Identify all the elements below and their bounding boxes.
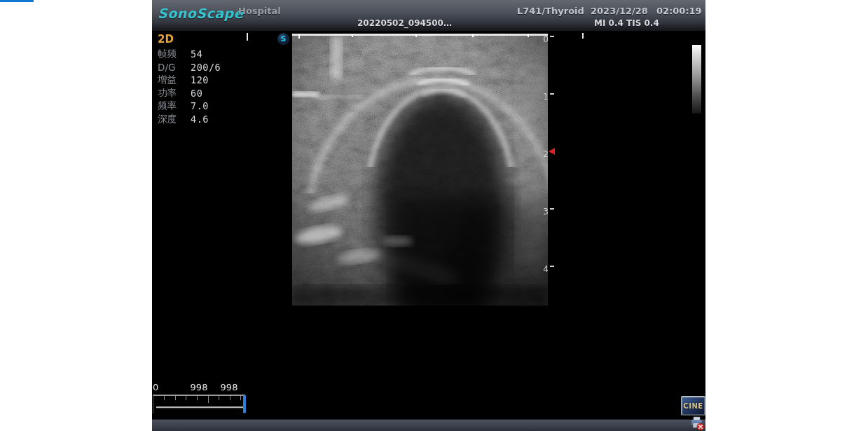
- bottom-taskbar: [152, 419, 705, 431]
- system-date: 2023/12/28: [591, 6, 648, 16]
- param-value: 200/6: [191, 62, 221, 73]
- ultrasound-speckle-render: [292, 34, 548, 306]
- param-value: 120: [191, 74, 209, 85]
- cine-tick: [164, 396, 165, 400]
- param-row-frame-rate: 帧频 54: [158, 48, 242, 61]
- ultrasound-app-window: SonoScape Hospital L741/Thyroid 2023/12/…: [152, 0, 705, 431]
- depth-tick: [550, 266, 554, 267]
- depth-label-2: 2: [539, 149, 549, 159]
- hospital-name: Hospital: [238, 6, 281, 16]
- probe-preset-label: L741/Thyroid: [517, 6, 584, 16]
- cine-tick: [230, 396, 230, 400]
- page-corner-marker: [0, 0, 34, 2]
- system-time: 02:00:19: [656, 6, 702, 16]
- param-value: 60: [191, 88, 202, 99]
- param-value: 54: [191, 48, 202, 60]
- printer-error-icon[interactable]: [690, 416, 705, 431]
- depth-tick: [550, 93, 554, 95]
- param-row-frequency: 频率 7.0: [158, 100, 242, 113]
- depth-label-1: 1: [539, 92, 549, 102]
- depth-label-3: 3: [539, 207, 549, 217]
- probe-orientation-icon: S: [277, 33, 289, 45]
- param-label: 功率: [158, 87, 191, 100]
- cine-tick: [175, 396, 176, 400]
- top-status-bar: SonoScape Hospital L741/Thyroid 2023/12/…: [152, 0, 705, 31]
- grayscale-map-bar: [692, 45, 701, 114]
- cine-tick: [219, 396, 219, 400]
- param-row-power: 功率 60: [158, 87, 242, 100]
- param-label: 深度: [158, 113, 191, 125]
- imaging-mode-label: 2D: [158, 33, 242, 48]
- cine-position-slider[interactable]: [243, 395, 246, 413]
- cine-progress-bar: [156, 406, 244, 409]
- depth-label-4: 4: [539, 264, 549, 274]
- sonoscape-logo: SonoScape: [158, 6, 243, 21]
- param-value: 7.0: [191, 100, 209, 111]
- cine-tick: [197, 396, 198, 400]
- param-label: 增益: [158, 74, 191, 86]
- cine-total-frames: 998: [221, 382, 238, 392]
- depth-tick: [550, 36, 554, 37]
- param-row-gain: 增益 120: [158, 74, 242, 87]
- depth-label-0: 0: [539, 34, 549, 44]
- focus-position-marker[interactable]: [549, 148, 555, 155]
- param-row-dynamic-range: D/G 200/6: [158, 61, 242, 74]
- cine-tick: [186, 396, 186, 400]
- ultrasound-image[interactable]: [292, 34, 548, 306]
- param-label: 频率: [158, 100, 191, 112]
- cine-tick: [208, 396, 209, 403]
- param-value: 4.6: [191, 114, 209, 125]
- cine-current-frame: 998: [191, 382, 208, 392]
- image-boundary-tick-right: [582, 33, 584, 39]
- param-label: D/G: [158, 62, 191, 73]
- cine-tick: [240, 396, 241, 400]
- acoustic-output-indices: MI 0.4 TIS 0.4: [594, 18, 659, 28]
- image-boundary-tick-left: [247, 33, 248, 41]
- cine-mode-button[interactable]: CINE: [681, 396, 705, 416]
- cine-scrubber-track[interactable]: [153, 395, 245, 413]
- cine-start-frame: 0: [153, 382, 158, 392]
- imaging-parameters-panel: 2D 帧频 54 D/G 200/6 增益 120 功率 60 频率 7.0 深…: [158, 33, 242, 125]
- param-row-depth: 深度 4.6: [158, 113, 242, 126]
- param-label: 帧频: [158, 48, 191, 60]
- exam-id: 20220502_094500…: [357, 18, 452, 28]
- depth-tick: [550, 208, 554, 210]
